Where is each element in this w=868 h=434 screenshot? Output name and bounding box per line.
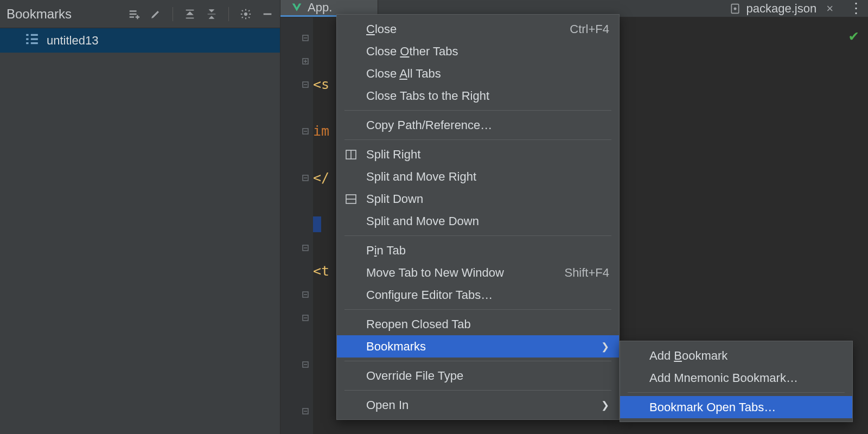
- bookmarks-header: Bookmarks: [0, 0, 280, 28]
- tab-label: package.json: [746, 2, 816, 16]
- submenu-bookmark-open-tabs[interactable]: Bookmark Open Tabs…: [620, 396, 852, 418]
- tab-label: App.: [308, 1, 332, 15]
- menu-reopen-closed[interactable]: Reopen Closed Tab: [337, 313, 619, 335]
- svg-point-0: [244, 12, 247, 16]
- json-file-icon: [730, 3, 741, 14]
- gutter: [280, 17, 313, 434]
- menu-separator: [344, 235, 611, 236]
- editor-tab-package-json[interactable]: package.json ×: [719, 0, 844, 17]
- menu-open-in[interactable]: Open In❯: [337, 394, 619, 416]
- menu-bookmarks[interactable]: Bookmarks❯: [337, 335, 619, 358]
- menu-separator: [344, 309, 611, 310]
- menu-split-down[interactable]: Split Down: [337, 188, 619, 210]
- inspection-ok-icon[interactable]: ✔: [849, 24, 858, 47]
- toolbar-separator: [228, 7, 229, 21]
- collapse-all-icon[interactable]: [205, 7, 219, 21]
- bookmarks-submenu: Add Bookmark Add Mnemonic Bookmark… Book…: [620, 341, 853, 422]
- close-icon[interactable]: ×: [826, 2, 833, 16]
- tab-context-menu: Close Ctrl+F4 Close Other Tabs Close All…: [336, 14, 620, 420]
- menu-pin-tab[interactable]: Pin Tab: [337, 239, 619, 261]
- menu-separator: [344, 110, 611, 111]
- minimize-icon[interactable]: [260, 7, 275, 21]
- tabbar-more-icon[interactable]: ⋮: [844, 0, 868, 17]
- add-bookmark-list-icon[interactable]: [127, 7, 141, 21]
- menu-configure-tabs[interactable]: Configure Editor Tabs…: [337, 284, 619, 306]
- menu-close-right[interactable]: Close Tabs to the Right: [337, 85, 619, 107]
- gear-icon[interactable]: [239, 7, 253, 21]
- split-down-icon: [346, 194, 366, 205]
- menu-close-all[interactable]: Close All Tabs: [337, 62, 619, 85]
- bookmark-list: untitled13: [0, 28, 280, 434]
- split-right-icon: [346, 149, 366, 160]
- expand-all-icon[interactable]: [183, 7, 197, 21]
- menu-copy-path[interactable]: Copy Path/Reference…: [337, 114, 619, 136]
- edit-icon[interactable]: [149, 7, 163, 21]
- vue-file-icon: [291, 2, 302, 13]
- toolbar-separator: [173, 7, 173, 21]
- menu-split-move-down[interactable]: Split and Move Down: [337, 210, 619, 232]
- submenu-add-mnemonic[interactable]: Add Mnemonic Bookmark…: [620, 367, 852, 389]
- bookmarks-title: Bookmarks: [7, 7, 127, 22]
- bookmark-list-item[interactable]: untitled13: [0, 28, 280, 53]
- chevron-right-icon: ❯: [601, 399, 609, 411]
- bookmark-list-label: untitled13: [47, 34, 98, 48]
- menu-separator: [344, 390, 611, 391]
- chevron-right-icon: ❯: [601, 341, 609, 353]
- menu-override-file-type[interactable]: Override File Type: [337, 365, 619, 387]
- svg-point-2: [734, 7, 737, 10]
- bookmark-list-icon: [25, 33, 39, 48]
- menu-separator: [628, 392, 845, 393]
- bookmarks-panel: Bookmarks: [0, 0, 280, 434]
- menu-close-other[interactable]: Close Other Tabs: [337, 40, 619, 62]
- menu-split-right[interactable]: Split Right: [337, 143, 619, 165]
- menu-move-new-window[interactable]: Move Tab to New WindowShift+F4: [337, 261, 619, 284]
- menu-separator: [344, 361, 611, 361]
- menu-separator: [344, 139, 611, 140]
- submenu-add-bookmark[interactable]: Add Bookmark: [620, 344, 852, 367]
- menu-split-move-right[interactable]: Split and Move Right: [337, 165, 619, 188]
- menu-close[interactable]: Close Ctrl+F4: [337, 18, 619, 40]
